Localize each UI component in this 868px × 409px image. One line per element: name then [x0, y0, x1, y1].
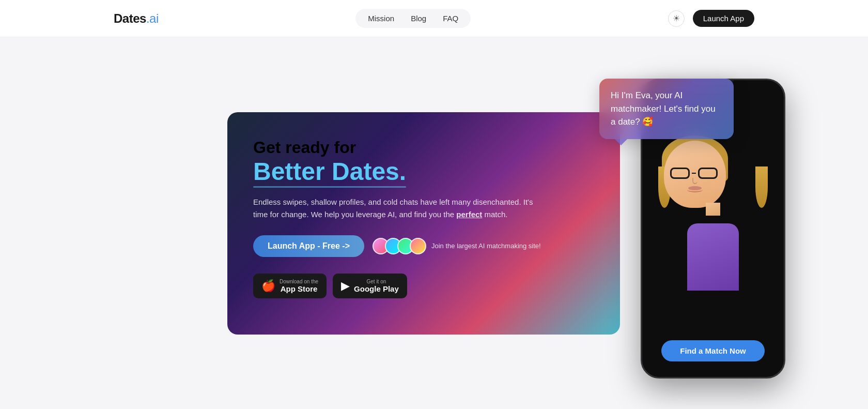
launch-app-button[interactable]: Launch App [693, 10, 754, 27]
speech-bubble-text: Hi I'm Eva, your AI matchmaker! Let's fi… [611, 90, 716, 127]
main-content: Hi I'm Eva, your AI matchmaker! Let's fi… [0, 37, 868, 409]
hero-subtitle: Endless swipes, shallow profiles, and co… [253, 196, 542, 221]
launch-free-button[interactable]: Launch App - Free -> [253, 235, 364, 257]
avatar-group [373, 238, 426, 254]
hero-cta-row: Launch App - Free -> Join the largest AI… [253, 235, 594, 257]
avatar-4 [410, 238, 426, 254]
ai-mouth [687, 187, 703, 192]
find-match-button[interactable]: Find a Match Now [661, 340, 765, 361]
glasses-bridge [692, 173, 696, 174]
glass-left [670, 168, 690, 179]
nav-mission[interactable]: Mission [362, 12, 400, 25]
google-play-text: Get it on Google Play [354, 279, 399, 293]
hero-title-line1: Get ready for [253, 138, 356, 157]
logo-ai: .ai [146, 11, 159, 25]
ai-glasses [670, 168, 718, 179]
nav-faq[interactable]: FAQ [437, 12, 464, 25]
ai-body [687, 223, 739, 291]
app-store-text: Download on the App Store [280, 279, 318, 293]
header-right: ☀ Launch App [668, 10, 754, 27]
header: Dates.ai Mission Blog FAQ ☀ Launch App [0, 0, 868, 37]
social-proof: Join the largest AI matchmaking site! [373, 238, 541, 254]
nav-blog[interactable]: Blog [405, 12, 432, 25]
apple-icon: 🍎 [261, 279, 275, 293]
hero-title-line2: Better Dates. [253, 157, 406, 186]
logo-main: Dates [114, 11, 146, 25]
store-buttons: 🍎 Download on the App Store ▶ Get it on … [253, 274, 594, 298]
play-icon: ▶ [341, 279, 350, 293]
google-play-button[interactable]: ▶ Get it on Google Play [333, 274, 407, 298]
ai-hair-right [755, 166, 768, 208]
app-store-button[interactable]: 🍎 Download on the App Store [253, 274, 327, 298]
ai-face [664, 141, 726, 208]
speech-bubble: Hi I'm Eva, your AI matchmaker! Let's fi… [599, 79, 734, 139]
social-text: Join the largest AI matchmaking site! [431, 242, 541, 250]
hero-card: Get ready for Better Dates. Endless swip… [227, 112, 620, 335]
theme-toggle[interactable]: ☀ [668, 10, 685, 27]
hero-title: Get ready for Better Dates. [253, 138, 594, 186]
main-nav: Mission Blog FAQ [355, 9, 471, 28]
glass-right [698, 168, 718, 179]
logo: Dates.ai [114, 11, 159, 26]
ai-avatar-illustration [661, 135, 765, 291]
ai-nose [692, 178, 698, 184]
ai-neck [706, 203, 720, 216]
